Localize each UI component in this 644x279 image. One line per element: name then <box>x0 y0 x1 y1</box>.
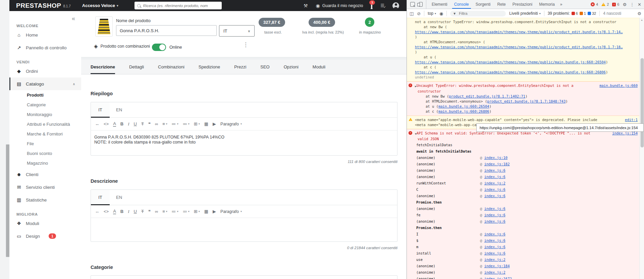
console-scrollbar-thumb[interactable] <box>640 58 644 148</box>
log-levels-select[interactable]: Livelli predefiniti ▾ <box>509 11 540 16</box>
product-tab[interactable]: Descrizione <box>91 60 115 74</box>
link-icon[interactable]: ∞▾ <box>155 122 158 126</box>
kebab-menu-icon[interactable]: ⋮ <box>243 41 249 48</box>
error-icon[interactable]: ✕ <box>591 2 595 6</box>
sidebar-item-categories[interactable]: Categorie <box>9 100 81 110</box>
warning-icon[interactable] <box>601 3 605 6</box>
lang-tab[interactable]: IT <box>91 190 110 205</box>
issues-icon[interactable]: ! <box>612 3 616 6</box>
bullet-list-icon[interactable]: ≔▾ <box>172 122 178 126</box>
paragraph-select[interactable]: Paragrafo ▾ <box>220 122 242 126</box>
clear-console-icon[interactable]: ⊘ <box>417 11 421 16</box>
language-select[interactable]: IT ∨ <box>219 25 255 37</box>
align-icon[interactable]: ≡▾ <box>162 209 167 214</box>
product-tab[interactable]: Moduli <box>313 60 325 74</box>
media-icon[interactable]: ▶▾ <box>213 122 216 126</box>
product-tab[interactable]: Combinazioni <box>158 60 184 74</box>
bullet-list-icon[interactable]: ≔▾ <box>172 209 178 214</box>
sidebar-item-design[interactable]: ▭ Design 1 <box>9 230 81 242</box>
product-tab[interactable]: Spedizione <box>199 60 220 74</box>
text-color-icon[interactable]: A▾ <box>113 121 116 127</box>
context-selector[interactable]: top ▾ <box>428 11 436 16</box>
table-icon[interactable]: ⊞▾ <box>194 209 200 214</box>
paragraph-select[interactable]: Paragrafo ▾ <box>220 209 242 214</box>
debug-wrench-icon[interactable]: ⚒ <box>304 3 308 8</box>
sidebar-item-files[interactable]: File <box>9 139 81 149</box>
console-settings-icon[interactable]: ⚙ <box>637 11 641 16</box>
source-code-icon[interactable]: <>▾ <box>104 122 109 126</box>
devtools-tab[interactable]: Elementi <box>428 0 451 9</box>
problems-summary[interactable]: 39 problemi: 6 1 32 <box>548 11 596 16</box>
bold-icon[interactable]: B▾ <box>120 209 123 214</box>
console-filter[interactable]: ▼ <box>450 11 506 16</box>
filter-input[interactable] <box>458 11 503 16</box>
sidebar-item-stock[interactable]: Magazzino <box>9 158 81 168</box>
product-thumbnail[interactable] <box>95 16 113 37</box>
product-tab[interactable]: Dettagli <box>129 60 144 74</box>
table-icon[interactable]: ⊞▾ <box>194 122 200 126</box>
numbered-list-icon[interactable]: ≕▾ <box>183 209 190 214</box>
console-scrollbar[interactable]: ▲ <box>639 18 644 279</box>
underline-icon[interactable]: U▾ <box>134 122 137 126</box>
blockquote-icon[interactable]: ❝▾ <box>148 209 151 214</box>
source-link[interactable]: edit:1 <box>622 117 638 122</box>
sidebar-item-brands-suppliers[interactable]: Marche & Fornitori <box>9 129 81 139</box>
product-tab[interactable]: Prezzi <box>234 60 246 74</box>
sidebar-item-catalog[interactable]: ▤ Catalogo ∧ <box>9 77 81 90</box>
sidebar-item-attributes[interactable]: Attributi e Funzionalità <box>9 119 81 129</box>
link-icon[interactable]: ∞▾ <box>155 209 158 214</box>
devtools-tab[interactable]: Memoria <box>536 0 558 9</box>
devtools-tab[interactable]: Console <box>451 0 472 9</box>
sidebar-collapse-button[interactable]: « <box>72 15 75 22</box>
sidebar-item-products[interactable]: Prodotti <box>9 90 81 100</box>
scroll-up-icon[interactable]: ▲ <box>641 19 643 21</box>
quick-access-menu[interactable]: Accesso Veloce ▾ <box>82 3 118 8</box>
inspect-element-icon[interactable] <box>410 2 415 7</box>
lang-tab[interactable]: EN <box>110 190 128 205</box>
code-expand-icon[interactable]: ↔▾ <box>95 122 99 126</box>
sidebar-item-discounts[interactable]: Buoni sconto <box>9 149 81 158</box>
underline-icon[interactable]: U▾ <box>134 209 137 214</box>
devtools-tab[interactable]: Rete <box>494 0 509 9</box>
text-color-icon[interactable]: A▾ <box>113 209 116 214</box>
notifications-button[interactable]: 1 <box>371 3 372 9</box>
categories-tags[interactable]: Home ✕ Donna ✕ Gonne ✕ <box>91 275 397 279</box>
devtools-settings-icon[interactable]: ⚙ <box>623 2 627 7</box>
strikethrough-icon[interactable]: T▾ <box>141 209 144 214</box>
numbered-list-icon[interactable]: ≕▾ <box>183 122 190 126</box>
device-toolbar-icon[interactable] <box>419 2 423 7</box>
eye-icon[interactable]: ◉ <box>439 11 443 16</box>
source-code-icon[interactable]: <>▾ <box>104 209 109 214</box>
sidebar-item-customers[interactable]: ☻ Clienti <box>9 168 81 181</box>
view-shop-link[interactable]: ◉ Guarda il mio negozio <box>316 3 363 8</box>
devtools-tab[interactable]: Prestazioni <box>509 0 536 9</box>
image-icon[interactable]: ▦▾ <box>204 209 208 214</box>
sidebar-item-orders[interactable]: ◆ Ordini <box>9 65 81 77</box>
console-log[interactable]: not a constructor TypeError: window.pres… <box>407 18 640 279</box>
media-icon[interactable]: ▶▾ <box>213 209 216 214</box>
lang-tab[interactable]: EN <box>110 102 128 117</box>
global-search[interactable] <box>135 2 222 9</box>
prestashop-logo[interactable]: PRESTASHOP <box>16 2 61 9</box>
sidebar-item-stats[interactable]: ▥ Statistiche <box>9 193 81 206</box>
sidebar-item-customer-service[interactable]: ✉ Servizio clienti <box>9 181 81 193</box>
online-toggle[interactable] <box>152 44 166 51</box>
page-scrollbar[interactable] <box>0 0 10 279</box>
devtools-menu-icon[interactable]: ⋮ <box>630 2 634 7</box>
sidebar-item-monitoring[interactable]: Monitoraggio <box>9 110 81 119</box>
italic-icon[interactable]: I▾ <box>128 122 129 126</box>
sidebar-item-dashboard[interactable]: ↗ Pannello di controllo <box>9 41 81 54</box>
code-expand-icon[interactable]: ↔▾ <box>95 209 99 214</box>
activity-list-icon[interactable]: ☰✓ <box>380 3 384 8</box>
strikethrough-icon[interactable]: T▾ <box>141 122 144 126</box>
align-icon[interactable]: ≡▾ <box>162 122 167 126</box>
product-tab[interactable]: SEO <box>260 60 269 74</box>
account-avatar[interactable] <box>392 2 399 9</box>
description-editor-content[interactable] <box>91 218 397 241</box>
sidebar-item-home[interactable]: ⌂ Home <box>9 29 81 41</box>
lang-tab[interactable]: IT <box>91 102 110 117</box>
product-name-input[interactable] <box>116 25 217 36</box>
more-tabs-icon[interactable]: » <box>558 0 565 9</box>
bold-icon[interactable]: B▾ <box>120 122 123 126</box>
image-icon[interactable]: ▦▾ <box>204 122 208 126</box>
